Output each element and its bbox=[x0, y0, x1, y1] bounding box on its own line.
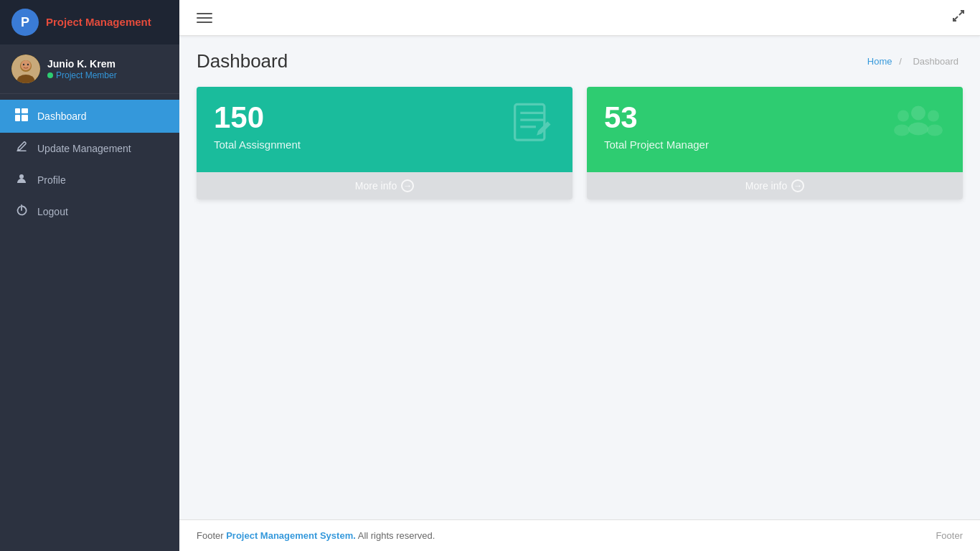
footer-left: Footer Project Management System. All ri… bbox=[197, 530, 435, 541]
breadcrumb-current: Dashboard bbox=[913, 56, 958, 67]
project-manager-card: 53 Total Project Manager bbox=[587, 87, 963, 199]
sidebar-item-logout[interactable]: Logout bbox=[0, 196, 179, 227]
person-icon bbox=[14, 173, 29, 187]
page-title: Dashboard bbox=[197, 50, 288, 72]
svg-point-22 bbox=[928, 110, 939, 122]
assignment-bg-icon bbox=[509, 101, 555, 155]
sidebar-item-dashboard[interactable]: Dashboard bbox=[0, 100, 179, 133]
svg-point-4 bbox=[23, 64, 24, 65]
user-details: Junio K. Krem Project Member bbox=[47, 57, 117, 80]
project-manager-card-body: 53 Total Project Manager bbox=[587, 87, 963, 172]
svg-rect-8 bbox=[15, 115, 20, 121]
assignment-count: 150 bbox=[214, 101, 301, 134]
cards-row: 150 Total Assisgnment More bbox=[197, 87, 963, 199]
power-icon bbox=[14, 204, 29, 219]
sidebar: P Project Management Junio K. Krem Proje… bbox=[0, 0, 179, 551]
project-manager-label: Total Project Manager bbox=[604, 138, 709, 151]
assignment-card-info: 150 Total Assisgnment bbox=[214, 101, 301, 151]
sidebar-item-profile[interactable]: Profile bbox=[0, 164, 179, 196]
project-manager-bg-icon bbox=[892, 101, 946, 155]
user-role: Project Member bbox=[47, 70, 117, 80]
assignment-footer-text: More info bbox=[355, 180, 397, 192]
hamburger-line-3 bbox=[197, 22, 212, 23]
assignment-card: 150 Total Assisgnment More bbox=[197, 87, 573, 199]
svg-rect-9 bbox=[22, 115, 28, 121]
svg-rect-14 bbox=[515, 104, 545, 140]
main-content: Dashboard Home / Dashboard 150 Total Ass… bbox=[179, 0, 980, 551]
edit-icon bbox=[14, 141, 29, 156]
breadcrumb: Home / Dashboard bbox=[867, 56, 963, 67]
page-header: Dashboard Home / Dashboard bbox=[197, 50, 963, 72]
compress-icon[interactable] bbox=[951, 9, 966, 27]
project-manager-footer-arrow: → bbox=[791, 179, 804, 192]
sidebar-item-update-management[interactable]: Update Management bbox=[0, 133, 179, 164]
svg-point-21 bbox=[894, 125, 910, 136]
sidebar-dashboard-label: Dashboard bbox=[37, 110, 87, 122]
online-indicator bbox=[47, 72, 53, 78]
footer-text-start: Footer bbox=[197, 530, 226, 541]
project-manager-count: 53 bbox=[604, 101, 709, 134]
logo-letter: P bbox=[21, 15, 29, 30]
sidebar-profile-label: Profile bbox=[37, 174, 66, 186]
assignment-label: Total Assisgnment bbox=[214, 138, 301, 151]
sidebar-update-label: Update Management bbox=[37, 143, 131, 154]
content-area: Dashboard Home / Dashboard 150 Total Ass… bbox=[179, 36, 980, 519]
assignment-footer-arrow: → bbox=[401, 179, 414, 192]
app-title-start: Project bbox=[46, 16, 85, 28]
footer-brand[interactable]: Project Management System. bbox=[226, 530, 356, 541]
project-manager-more-info[interactable]: More info → bbox=[587, 172, 963, 199]
svg-rect-7 bbox=[22, 108, 28, 113]
user-role-label: Project Member bbox=[56, 70, 117, 80]
avatar bbox=[11, 55, 40, 83]
svg-point-23 bbox=[927, 125, 943, 136]
svg-point-19 bbox=[908, 123, 928, 136]
user-name: Junio K. Krem bbox=[47, 57, 117, 70]
nav-menu: Dashboard Update Management Profile bbox=[0, 94, 179, 551]
project-manager-card-info: 53 Total Project Manager bbox=[604, 101, 709, 151]
breadcrumb-home[interactable]: Home bbox=[867, 56, 892, 67]
svg-point-5 bbox=[27, 64, 29, 65]
sidebar-logout-label: Logout bbox=[37, 206, 68, 217]
footer: Footer Project Management System. All ri… bbox=[179, 519, 980, 551]
hamburger-line-2 bbox=[197, 17, 212, 19]
topbar bbox=[179, 0, 980, 36]
user-info: Junio K. Krem Project Member bbox=[0, 44, 179, 94]
project-manager-footer-text: More info bbox=[745, 180, 787, 192]
app-title: Project Management bbox=[46, 16, 151, 29]
svg-point-3 bbox=[21, 60, 31, 70]
hamburger-button[interactable] bbox=[194, 10, 215, 26]
assignment-card-body: 150 Total Assisgnment bbox=[197, 87, 573, 172]
svg-rect-6 bbox=[15, 108, 20, 113]
footer-text-end: All rights reserved. bbox=[358, 530, 435, 541]
hamburger-line-1 bbox=[197, 13, 212, 14]
app-logo: P bbox=[11, 9, 39, 36]
footer-right: Footer bbox=[936, 530, 963, 541]
app-title-highlight: Management bbox=[85, 16, 151, 28]
svg-point-18 bbox=[911, 106, 925, 121]
svg-point-20 bbox=[897, 110, 909, 122]
breadcrumb-separator: / bbox=[899, 56, 902, 67]
dashboard-icon bbox=[14, 108, 29, 124]
sidebar-header: P Project Management bbox=[0, 0, 179, 44]
svg-point-10 bbox=[19, 174, 24, 179]
assignment-more-info[interactable]: More info → bbox=[197, 172, 573, 199]
